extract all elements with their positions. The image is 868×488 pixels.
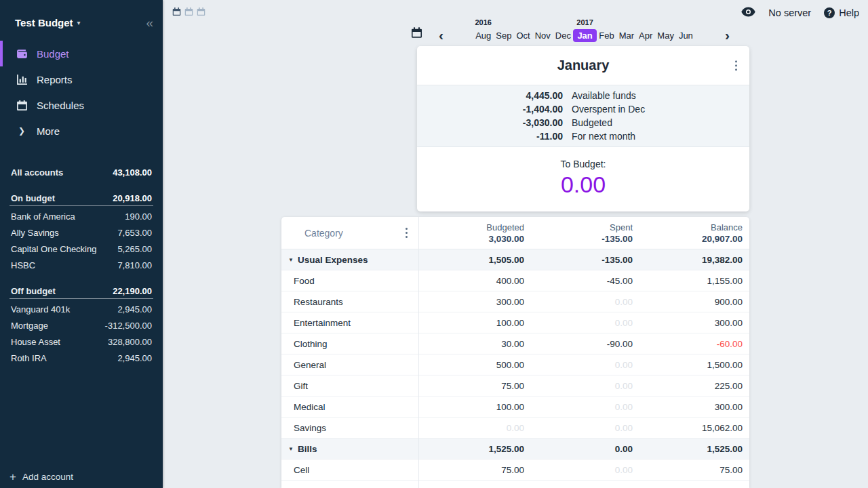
budgeted-cell[interactable]: 400.00 [418, 276, 531, 286]
spent-cell[interactable]: 0.00 [531, 297, 639, 307]
balance-cell[interactable]: 75.00 [639, 465, 749, 475]
category-name-cell[interactable]: ▼ Food [281, 276, 418, 286]
sidebar-item-reports[interactable]: Reports [0, 66, 163, 92]
balance-cell[interactable]: 15,062.00 [639, 423, 749, 433]
account-row[interactable]: Roth IRA 2,945.00 [0, 350, 163, 366]
budgeted-cell[interactable]: 75.00 [418, 381, 531, 391]
balance-column-header: Balance 20,907.00 [639, 217, 749, 249]
balance-cell[interactable]: 1,155.00 [639, 276, 749, 286]
all-accounts-row[interactable]: All accounts 43,108.00 [0, 164, 163, 180]
sidebar-collapse-button[interactable]: « [146, 16, 153, 29]
category-name: General [294, 360, 326, 370]
balance-cell[interactable]: 300.00 [639, 402, 749, 412]
to-budget-amount[interactable]: 0.00 [417, 171, 749, 198]
budgeted-cell[interactable]: 300.00 [418, 297, 531, 307]
budget-file-switcher[interactable]: Test Budget [15, 17, 73, 28]
month-funds-summary: 4,445.00 Available funds -1,404.00 Overs… [417, 85, 749, 147]
one-month-view-button[interactable] [172, 7, 181, 19]
spent-cell[interactable]: 0.00 [531, 444, 639, 454]
privacy-eye-button[interactable] [741, 7, 755, 19]
bar-chart-icon [16, 74, 28, 85]
off-budget-header-row[interactable]: Off budget 22,190.00 [9, 283, 153, 299]
spent-cell[interactable]: -90.00 [531, 339, 639, 349]
server-status-button[interactable]: No server [768, 7, 811, 18]
balance-cell[interactable]: 300.00 [639, 318, 749, 328]
category-name-cell[interactable]: ▼ Medical [281, 402, 418, 412]
account-balance: 2,945.00 [117, 304, 152, 314]
budgeted-cell[interactable]: 500.00 [418, 360, 531, 370]
spent-column-label[interactable]: Spent [610, 222, 633, 232]
caret-down-icon[interactable]: ▼ [288, 257, 294, 263]
spent-cell[interactable]: 0.00 [531, 465, 639, 475]
month-tab[interactable]: Apr [637, 29, 655, 42]
account-row[interactable]: Capital One Checking 5,265.00 [0, 241, 163, 257]
caret-down-icon[interactable]: ▼ [288, 446, 294, 452]
spent-cell[interactable]: 0.00 [531, 318, 639, 328]
month-picker-calendar-button[interactable] [411, 26, 422, 42]
category-name-cell[interactable]: ▼ General [281, 360, 418, 370]
category-name-cell[interactable]: ▼ Savings [281, 423, 418, 433]
next-month-button[interactable]: › [724, 30, 731, 42]
category-name-cell[interactable]: ▼ Clothing [281, 339, 418, 349]
sidebar-item-budget[interactable]: Budget [0, 41, 163, 66]
balance-cell[interactable]: 19,382.00 [639, 255, 749, 265]
funds-label: Overspent in Dec [572, 104, 645, 115]
account-balance: 2,945.00 [117, 353, 152, 363]
category-name-cell[interactable]: ▼ Gift [281, 381, 418, 391]
month-navigation: ‹ 2016 Aug Sep Oct Nov Dec 2017 Jan Feb … [411, 18, 731, 42]
budgeted-cell[interactable]: 1,525.00 [418, 444, 531, 454]
month-tab[interactable]: May [655, 29, 677, 42]
month-tab[interactable]: Jun [676, 29, 695, 42]
account-row[interactable]: HSBC 7,810.00 [0, 257, 163, 273]
category-name-cell[interactable]: ▼ Bills [281, 444, 418, 454]
budgeted-cell[interactable]: 75.00 [418, 465, 531, 475]
budgeted-cell[interactable]: 0.00 [418, 423, 531, 433]
budgeted-cell[interactable]: 100.00 [418, 402, 531, 412]
account-row[interactable]: Mortgage -312,500.00 [0, 317, 163, 333]
balance-column-label[interactable]: Balance [711, 222, 743, 232]
month-tab[interactable]: Dec [553, 29, 573, 42]
month-tab[interactable]: Oct [514, 29, 532, 42]
spent-cell[interactable]: -45.00 [531, 276, 639, 286]
budgeted-cell[interactable]: 100.00 [418, 318, 531, 328]
previous-month-button[interactable]: ‹ [437, 30, 445, 42]
budgeted-cell[interactable]: 1,505.00 [418, 255, 531, 265]
three-month-view-button[interactable] [197, 7, 205, 19]
month-tab[interactable]: Nov [532, 29, 553, 42]
help-button[interactable]: ? Help [824, 7, 859, 18]
month-menu-kebab-icon[interactable] [732, 58, 741, 74]
balance-cell[interactable]: 225.00 [639, 381, 749, 391]
category-name-cell[interactable]: ▼ Restaurants [281, 297, 418, 307]
month-tab[interactable]: 2016 Aug [473, 29, 494, 42]
spent-cell[interactable]: 0.00 [531, 381, 639, 391]
account-row[interactable]: Ally Savings 7,653.00 [0, 224, 163, 241]
sidebar-item-schedules[interactable]: Schedules [0, 92, 163, 118]
month-tab[interactable]: Sep [494, 29, 514, 42]
balance-cell[interactable]: 1,500.00 [639, 360, 749, 370]
two-month-view-button[interactable] [184, 7, 193, 19]
account-balance: 5,265.00 [117, 244, 152, 254]
month-tab[interactable]: 2017 Jan [573, 29, 596, 42]
account-row[interactable]: Vanguard 401k 2,945.00 [0, 301, 163, 317]
category-column-header[interactable]: Category [281, 217, 418, 249]
budgeted-column-label[interactable]: Budgeted [486, 222, 524, 232]
budgeted-cell[interactable]: 30.00 [418, 339, 531, 349]
spent-cell[interactable]: 0.00 [531, 402, 639, 412]
category-name-cell[interactable]: ▼ Usual Expenses [281, 255, 418, 265]
category-name-cell[interactable]: ▼ Cell [281, 465, 418, 475]
spent-cell[interactable]: 0.00 [531, 360, 639, 370]
spent-cell[interactable]: 0.00 [531, 423, 639, 433]
account-row[interactable]: Bank of America 190.00 [0, 208, 163, 224]
month-tab[interactable]: Mar [616, 29, 636, 42]
on-budget-header-row[interactable]: On budget 20,918.00 [9, 190, 153, 206]
sidebar-item-more[interactable]: ❯ More [0, 118, 163, 144]
add-account-button[interactable]: + Add account [9, 471, 73, 483]
category-name-cell[interactable]: ▼ Entertainment [281, 318, 418, 328]
balance-cell[interactable]: 900.00 [639, 297, 749, 307]
month-tab[interactable]: Feb [597, 29, 616, 42]
category-menu-kebab-icon[interactable] [403, 225, 411, 241]
balance-cell[interactable]: -60.00 [639, 339, 749, 349]
balance-cell[interactable]: 1,525.00 [639, 444, 749, 454]
account-row[interactable]: House Asset 328,800.00 [0, 333, 163, 350]
spent-cell[interactable]: -135.00 [531, 255, 639, 265]
